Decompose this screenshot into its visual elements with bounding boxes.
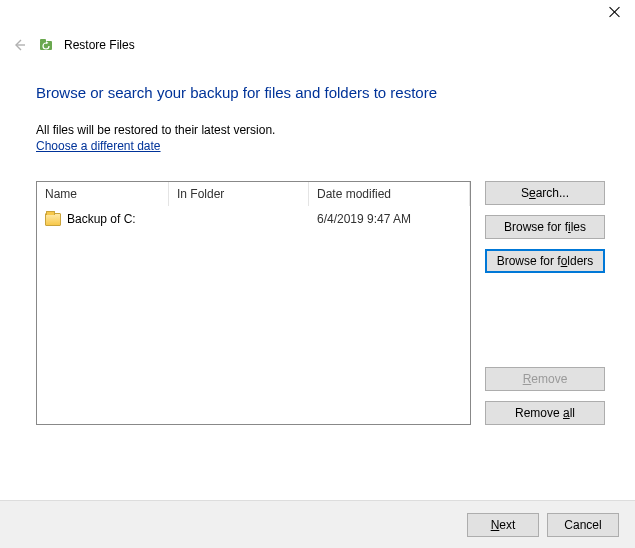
row-date: 6/4/2019 9:47 AM [309,210,470,228]
restore-files-icon [38,37,54,53]
cancel-button[interactable]: Cancel [547,513,619,537]
search-button[interactable]: Search... [485,181,605,205]
remove-all-button[interactable]: Remove all [485,401,605,425]
remove-button: Remove [485,367,605,391]
choose-date-link[interactable]: Choose a different date [36,139,161,153]
column-date-modified[interactable]: Date modified [309,182,470,206]
close-icon[interactable] [609,6,621,18]
list-header: Name In Folder Date modified [37,182,470,206]
column-in-folder[interactable]: In Folder [169,182,309,206]
window-title: Restore Files [64,38,135,52]
browse-folders-button[interactable]: Browse for folders [485,249,605,273]
list-item[interactable]: Backup of C: 6/4/2019 9:47 AM [37,206,470,232]
back-arrow-icon [10,36,28,54]
page-subtext: All files will be restored to their late… [36,123,605,137]
column-name[interactable]: Name [37,182,169,206]
browse-files-button[interactable]: Browse for files [485,215,605,239]
next-button[interactable]: Next [467,513,539,537]
page-headline: Browse or search your backup for files a… [36,84,605,101]
file-list[interactable]: Name In Folder Date modified Backup of C… [36,181,471,425]
row-name: Backup of C: [67,212,136,226]
svg-rect-2 [40,39,46,42]
folder-icon [45,213,61,226]
row-in-folder [169,217,309,221]
footer: Next Cancel [0,500,635,548]
